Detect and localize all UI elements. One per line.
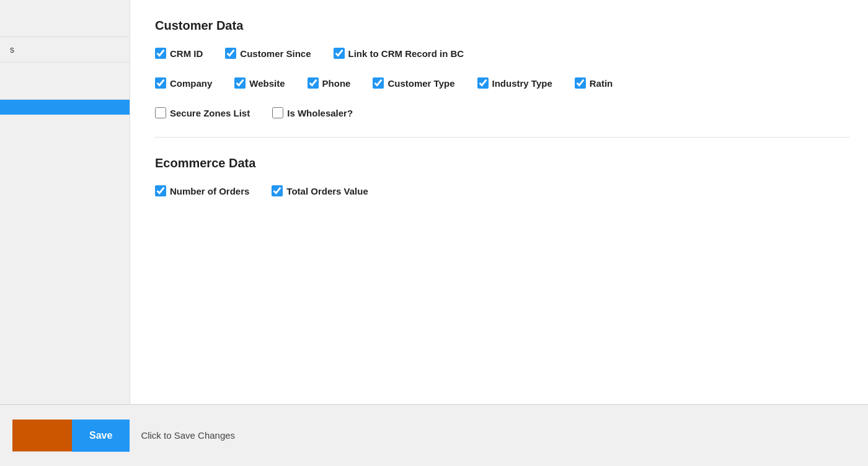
- phone-label: Phone: [322, 78, 351, 89]
- customer-data-title: Customer Data: [155, 19, 849, 33]
- wholesaler-label: Is Wholesaler?: [287, 108, 353, 118]
- crm-id-label: CRM ID: [170, 48, 203, 59]
- checkbox-row-1: CRM ID Customer Since Link to CRM Record…: [155, 48, 849, 59]
- checkbox-row-3: Secure Zones List Is Wholesaler?: [155, 107, 849, 118]
- rating-label: Ratin: [590, 78, 613, 89]
- checkbox-industry-type[interactable]: Industry Type: [477, 77, 552, 89]
- customer-since-checkbox[interactable]: [225, 48, 236, 59]
- checkbox-wholesaler[interactable]: Is Wholesaler?: [272, 107, 353, 118]
- customer-since-label: Customer Since: [240, 48, 311, 59]
- footer-bar: Save Click to Save Changes: [130, 404, 868, 466]
- sidebar-top: [0, 0, 130, 37]
- phone-checkbox[interactable]: [308, 77, 319, 89]
- rating-checkbox[interactable]: [575, 77, 586, 89]
- customer-type-label: Customer Type: [388, 78, 454, 89]
- sidebar-active-item[interactable]: [0, 100, 130, 115]
- company-label: Company: [170, 78, 212, 89]
- secure-zones-label: Secure Zones List: [170, 108, 250, 118]
- checkbox-phone[interactable]: Phone: [308, 77, 351, 89]
- save-hint: Click to Save Changes: [141, 430, 235, 441]
- company-checkbox[interactable]: [155, 77, 166, 89]
- total-orders-checkbox[interactable]: [272, 185, 283, 196]
- industry-type-checkbox[interactable]: [477, 77, 489, 89]
- link-crm-checkbox[interactable]: [334, 48, 345, 59]
- checkbox-total-orders[interactable]: Total Orders Value: [272, 185, 368, 196]
- sidebar: s: [0, 0, 130, 466]
- crm-id-checkbox[interactable]: [155, 48, 166, 59]
- link-crm-label: Link to CRM Record in BC: [348, 48, 464, 59]
- customer-data-section: Customer Data CRM ID Customer Since Link…: [155, 19, 849, 118]
- website-label: Website: [249, 78, 285, 89]
- checkbox-rating[interactable]: Ratin: [575, 77, 613, 89]
- ecommerce-data-title: Ecommerce Data: [155, 156, 849, 170]
- checkbox-customer-since[interactable]: Customer Since: [225, 48, 311, 59]
- total-orders-label: Total Orders Value: [286, 186, 368, 196]
- num-orders-checkbox[interactable]: [155, 185, 166, 196]
- industry-type-label: Industry Type: [492, 78, 552, 89]
- section-divider: [155, 137, 849, 138]
- sidebar-item-s[interactable]: s: [0, 37, 130, 63]
- checkbox-customer-type[interactable]: Customer Type: [373, 77, 454, 89]
- website-checkbox[interactable]: [234, 77, 246, 89]
- checkbox-crm-id[interactable]: CRM ID: [155, 48, 203, 59]
- checkbox-link-crm[interactable]: Link to CRM Record in BC: [334, 48, 464, 59]
- num-orders-label: Number of Orders: [170, 186, 249, 196]
- ecommerce-checkbox-row: Number of Orders Total Orders Value: [155, 185, 849, 196]
- checkbox-secure-zones[interactable]: Secure Zones List: [155, 107, 250, 118]
- main-content: Customer Data CRM ID Customer Since Link…: [130, 0, 868, 466]
- checkbox-website[interactable]: Website: [234, 77, 285, 89]
- checkbox-row-2: Company Website Phone Customer Type Indu…: [155, 77, 849, 89]
- wholesaler-checkbox[interactable]: [272, 107, 283, 118]
- ecommerce-data-section: Ecommerce Data Number of Orders Total Or…: [155, 156, 849, 196]
- customer-type-checkbox[interactable]: [373, 77, 384, 89]
- save-arrow-container: Save Click to Save Changes: [130, 420, 235, 452]
- secure-zones-checkbox[interactable]: [155, 107, 166, 118]
- checkbox-company[interactable]: Company: [155, 77, 212, 89]
- checkbox-num-orders[interactable]: Number of Orders: [155, 185, 249, 196]
